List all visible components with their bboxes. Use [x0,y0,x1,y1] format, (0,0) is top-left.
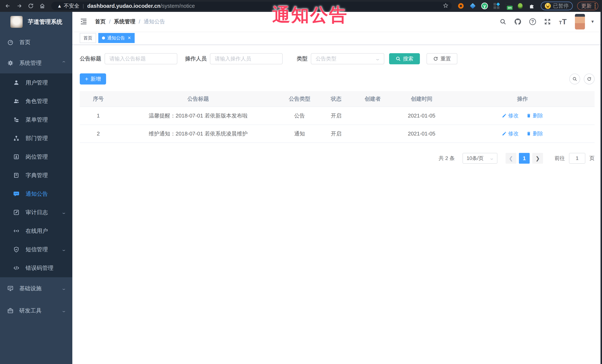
col-actions: 操作 [451,91,595,107]
update-label: 更新 [581,2,591,10]
total-count: 共 2 条 [439,155,455,162]
col-created: 创建时间 [393,91,451,107]
sidebar-collapse-icon[interactable] [80,17,87,26]
bookmark-star-icon[interactable] [443,3,448,9]
add-button[interactable]: + 新增 [80,73,106,84]
browser-back-icon[interactable] [4,2,11,10]
extension-grid-icon[interactable] [493,2,500,10]
font-size-icon[interactable]: TT [559,18,567,26]
extension-icons: y on [457,2,536,10]
current-page[interactable]: 1 [519,153,530,164]
goto-label: 前往 [555,155,565,162]
annotation-overlay-text: 通知公告 [272,3,348,27]
sidebar-item-audit-log[interactable]: 审计日志 ⌄ [0,203,72,222]
browser-update-button[interactable]: 更新 [577,2,598,10]
sidebar-item-users[interactable]: 用户管理 [0,73,72,92]
badge-icon [13,154,20,160]
sidebar-item-notices[interactable]: 通知公告 [0,185,72,203]
sidebar-logo-row[interactable]: 芋道管理系统 [0,12,72,32]
col-status: 状态 [320,91,353,107]
pencil-icon [502,131,507,136]
next-page-button[interactable]: ❯ [532,153,543,164]
browser-menu-icon[interactable] [595,3,596,9]
sidebar-item-label: 首页 [19,39,30,46]
plus-icon: + [85,76,88,83]
breadcrumb-home[interactable]: 首页 [95,18,106,25]
prev-page-button[interactable]: ❮ [505,153,516,164]
browser-forward-icon[interactable] [16,2,23,10]
sidebar-item-dev-tools[interactable]: 研发工具 ⌄ [0,300,72,322]
avatar-caret-icon[interactable]: ▼ [591,19,595,24]
extension-blue-gem-icon[interactable] [469,2,476,10]
delete-link[interactable]: 删除 [526,130,543,137]
sidebar-item-error-codes[interactable]: 错误码管理 [0,259,72,277]
title-filter-input[interactable] [105,53,177,64]
extension-plant-icon[interactable] [517,2,524,10]
url-host: dashboard.yudao.iocoder.cn [87,3,161,9]
online-users-icon [13,228,20,234]
delete-link[interactable]: 删除 [526,112,543,119]
app-title: 芋道管理系统 [28,18,62,26]
book-icon [13,172,20,179]
breadcrumb-system[interactable]: 系统管理 [114,18,135,25]
sidebar: 芋道管理系统 首页 系统管理 ⌃ 用户 [0,12,72,364]
toggle-search-button[interactable] [569,73,580,84]
sidebar-item-dictionary[interactable]: 字典管理 [0,166,72,185]
chevron-up-icon: ⌃ [61,60,66,66]
chevron-down-icon: ⌄ [61,286,66,291]
notices-table: 序号 公告标题 公告类型 状态 创建者 创建时间 操作 1 温馨提醒：2018- [80,91,595,143]
sidebar-item-departments[interactable]: 部门管理 [0,129,72,147]
sidebar-item-roles[interactable]: 角色管理 [0,92,72,110]
sidebar-item-menus[interactable]: 菜单管理 [0,110,72,129]
col-creator: 创建者 [353,91,393,107]
paused-label: 已暂停 [553,2,569,10]
browser-refresh-icon[interactable] [27,2,34,10]
window-edge [601,12,602,364]
search-button[interactable]: 搜索 [389,53,420,64]
refresh-table-button[interactable] [584,73,595,84]
help-icon[interactable]: ? [529,18,536,25]
browser-home-icon[interactable] [39,2,46,10]
tab-home[interactable]: 首页 [80,33,96,43]
type-select[interactable]: 公告类型 ⌄ [311,53,384,64]
github-icon[interactable] [515,18,521,25]
briefcase-icon [7,307,14,314]
goto-page-input[interactable] [569,153,585,164]
operator-filter-input[interactable] [210,53,283,64]
title-filter-label: 公告标题 [80,55,101,62]
extension-green-y-icon[interactable]: y [481,2,488,10]
sidebar-item-sms[interactable]: 短信管理 ⌄ [0,240,72,259]
navbar-actions: ? TT ▼ [500,14,595,30]
filter-form: 公告标题 操作人员 类型 公告类型 ⌄ 搜索 重置 [80,53,595,64]
extension-orange-ring-icon[interactable] [457,2,464,10]
avatar[interactable] [575,14,585,30]
gear-icon [7,60,14,66]
profile-paused-pill[interactable]: 已暂停 [541,2,573,10]
extensions-puzzle-icon[interactable] [528,2,536,10]
tab-notices[interactable]: 通知公告 ✕ [98,33,135,43]
profile-emoji-avatar [545,3,551,9]
search-icon[interactable] [500,18,506,25]
sidebar-item-label: 系统管理 [19,59,42,67]
chevron-down-icon: ⌄ [375,56,380,61]
fullscreen-icon[interactable] [544,18,551,25]
screen: ▲ 不安全 | dashboard.yudao.iocoder.cn /syst… [0,0,602,364]
trash-icon [526,131,531,136]
edit-link[interactable]: 修改 [502,112,518,119]
reset-button[interactable]: 重置 [427,53,457,64]
sidebar-item-system[interactable]: 系统管理 ⌃ [0,53,72,73]
chat-bubble-icon [13,190,20,197]
sidebar-item-home[interactable]: 首页 [0,32,72,53]
extension-on-badge-icon[interactable]: on [505,2,512,10]
org-tree-icon [13,135,20,142]
url-path: /system/notice [161,3,195,9]
sidebar-item-online-users[interactable]: 在线用户 [0,222,72,240]
close-tab-icon[interactable]: ✕ [128,36,131,40]
page-size-select[interactable]: 10条/页 ⌄ [462,153,497,164]
sidebar-item-infrastructure[interactable]: 基础设施 ⌄ [0,277,72,300]
sidebar-item-positions[interactable]: 岗位管理 [0,147,72,166]
address-bar[interactable]: ▲ 不安全 | dashboard.yudao.iocoder.cn /syst… [51,2,452,10]
edit-link[interactable]: 修改 [502,130,518,137]
system-submenu: 用户管理 角色管理 菜单管理 [0,73,72,277]
monitor-chart-icon [7,285,14,292]
